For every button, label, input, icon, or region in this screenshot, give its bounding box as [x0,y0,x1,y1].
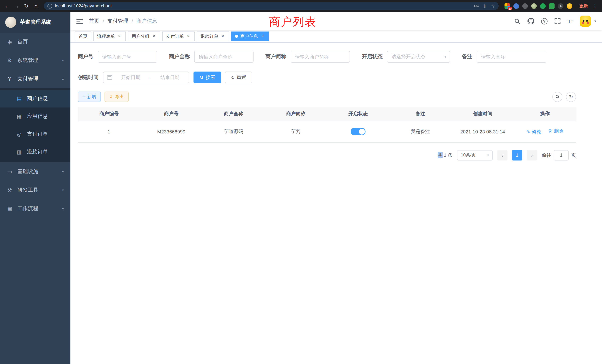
share-icon[interactable]: ⇧ [483,3,487,9]
tab-process-form[interactable]: 流程表单× [93,32,126,41]
tab-pay-order[interactable]: 支付订单× [162,32,195,41]
sidebar-item-refund-order[interactable]: ▥ 退款订单 [0,143,70,161]
tab-merchant-info[interactable]: 商户信息× [231,32,269,41]
edit-link-label: 修改 [532,129,541,135]
github-icon[interactable] [527,18,534,24]
site-info-icon[interactable]: i [47,3,52,8]
breadcrumb-current: 商户信息 [136,18,157,24]
sidebar-item-label: 研发工具 [17,187,38,193]
sidebar-item-home[interactable]: ◉ 首页 [0,33,70,51]
merchant-no-input[interactable] [98,51,157,63]
refresh-table-button[interactable]: ↻ [566,92,576,102]
status-toggle[interactable] [351,128,366,135]
delete-link-label: 删除 [554,128,564,135]
address-bar[interactable]: i localhost:1024/pay/merchant ⇧ ☆ [44,2,499,10]
column-header: 开启状态 [327,107,389,121]
hamburger-icon[interactable] [76,19,83,23]
page-annotation: 商户列表 [269,14,317,30]
sidebar-item-workflow[interactable]: ▣ 工作流程 ▾ [0,199,70,218]
sidebar-item-payment[interactable]: ¥ 支付管理 ▴ [0,70,70,88]
close-icon[interactable]: × [151,34,156,39]
chevron-down-icon: ▾ [62,207,64,211]
breadcrumb-home[interactable]: 首页 [89,18,99,24]
breadcrumb: 首页 / 支付管理 / 商户信息 [89,18,157,24]
home-icon[interactable]: ⌂ [32,2,40,10]
search-button[interactable]: 搜索 [194,72,221,83]
extension-icon[interactable] [540,3,546,9]
export-button[interactable]: ↧ 导出 [105,92,129,102]
page-content: 商户号 商户全称 商户简称 开启状态 请选择开启状态 [70,43,602,364]
column-header: 商户号 [140,107,202,121]
cell-create-time: 2021-10-23 08:31:14 [452,121,514,142]
tab-refund-order[interactable]: 退款订单× [197,32,229,41]
breadcrumb-payment[interactable]: 支付管理 [108,18,128,24]
sidebar-item-infrastructure[interactable]: ▭ 基础设施 ▾ [0,162,70,181]
extension-icon[interactable] [531,3,537,9]
tab-user-group[interactable]: 用户分组× [128,32,160,41]
prev-page-button[interactable]: ‹ [497,150,507,160]
end-date-placeholder: 结束日期 [155,74,185,81]
refresh-icon: ↻ [231,75,235,80]
page-size-select[interactable]: 10条/页 ▾ [457,150,493,160]
sidebar-item-dev-tools[interactable]: ⚒ 研发工具 ▾ [0,181,70,199]
extension-icon[interactable] [522,3,528,9]
status-select[interactable]: 请选择开启状态 ▾ [387,51,450,63]
avatar-caret-icon[interactable]: ▾ [594,19,596,23]
close-icon[interactable]: × [117,34,122,39]
short-name-input[interactable] [291,51,350,63]
full-name-input[interactable] [194,51,254,63]
navbar-actions: ? TT ▾ [514,16,596,27]
page-1-button[interactable]: 1 [512,150,522,160]
chevron-down-icon: ▾ [62,59,64,62]
forward-icon[interactable]: → [13,2,21,10]
extension-icon[interactable] [513,3,519,9]
breadcrumb-separator: / [103,18,104,24]
user-avatar[interactable] [580,16,591,27]
tab-label: 支付订单 [166,33,184,40]
extensions-puzzle-icon[interactable]: 10 [505,3,510,9]
bookmark-star-icon[interactable]: ☆ [491,3,495,9]
refresh-icon: ↻ [569,94,573,99]
close-icon[interactable]: × [260,34,265,39]
close-icon[interactable]: × [186,34,191,39]
plus-icon: + [83,94,85,99]
card-icon: ▤ [16,96,22,102]
toggle-search-button[interactable] [552,92,562,102]
url-text[interactable]: localhost:1024/pay/merchant [55,3,471,9]
font-size-icon[interactable]: TT [568,18,573,24]
sidebar-item-merchant-info[interactable]: ▤ 商户信息 [0,90,70,107]
remark-input[interactable] [477,51,546,63]
sidebar-logo[interactable]: 芋道管理系统 [0,12,70,33]
sidebar-item-app-info[interactable]: ▦ 应用信息 [0,107,70,125]
app-title: 芋道管理系统 [20,19,51,26]
profile-avatar-icon[interactable] [567,3,572,9]
browser-menu-icon[interactable]: ⋮ [592,3,599,9]
extension-badge: 10 [508,7,512,10]
extension-icon[interactable] [558,3,563,9]
remark-label: 备注 [462,53,472,60]
pagination: 共 1 条 10条/页 ▾ ‹ 1 › 前往 页 [78,150,576,160]
sidebar-item-pay-order[interactable]: ◎ 支付订单 [0,125,70,143]
cell-merchant-id: 1 [78,121,140,142]
table-row: 1 M233666999 芋道源码 芋艿 我是备注 2021-10-23 08:… [78,121,576,142]
goto-page-input[interactable] [554,150,569,160]
next-page-button[interactable]: › [527,150,537,160]
key-icon[interactable] [474,3,479,9]
extension-icon[interactable] [549,3,555,9]
back-icon[interactable]: ← [3,2,11,10]
search-icon[interactable] [514,18,520,24]
date-range-picker[interactable]: 开始日期 - 结束日期 [103,72,189,83]
merchant-table: 商户编号 商户号 商户全称 商户简称 开启状态 备注 创建时间 操作 1 [78,107,576,142]
gear-icon: ⚙ [7,57,13,63]
fullscreen-icon[interactable] [555,18,560,24]
chrome-update-button[interactable]: 更新 [576,2,591,10]
delete-link[interactable]: 删除 [548,128,564,135]
reload-icon[interactable]: ↻ [22,2,30,10]
add-button[interactable]: + 新增 [78,92,101,102]
reset-button[interactable]: ↻ 重置 [225,72,252,83]
help-icon[interactable]: ? [541,18,548,24]
edit-link[interactable]: ✎ 修改 [526,129,541,135]
tab-home[interactable]: 首页 [75,32,91,41]
sidebar-item-system[interactable]: ⚙ 系统管理 ▾ [0,51,70,70]
close-icon[interactable]: × [220,34,225,39]
